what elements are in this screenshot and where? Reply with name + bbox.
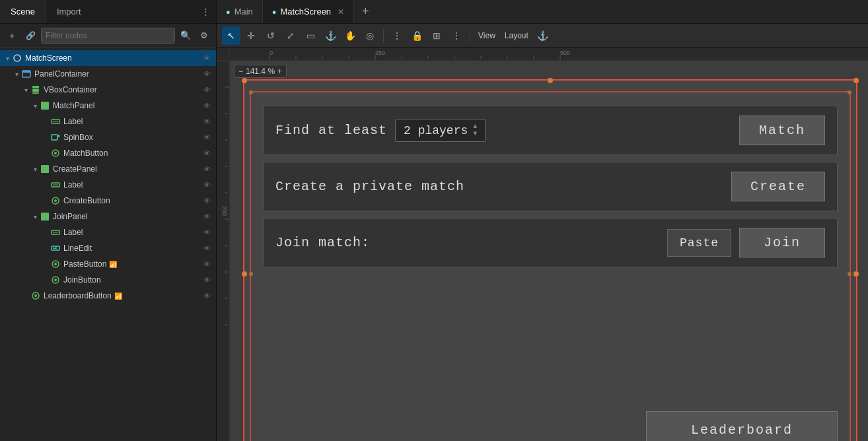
main-tab[interactable]: ● Main: [217, 0, 263, 23]
import-tab[interactable]: Import: [46, 0, 92, 23]
svg-rect-5: [32, 92, 39, 94]
create-panel-ui: Create a private match Create: [263, 162, 838, 211]
pan-tool[interactable]: ✋: [341, 26, 359, 45]
tree-item-label-1[interactable]: ▸ Label 👁: [0, 114, 216, 129]
tree-item-leaderboardbutton[interactable]: ▸ LeaderboardButton 📶 👁: [0, 288, 216, 304]
join-panel-ui: Join match: Paste Join: [263, 218, 838, 267]
scene-filter-icon[interactable]: ⚙: [196, 28, 212, 44]
view-button[interactable]: View: [474, 31, 499, 40]
zoom-value: 141.4 %: [246, 67, 275, 76]
rect-tool[interactable]: ▭: [301, 26, 320, 45]
svg-rect-4: [32, 89, 39, 92]
search-icon[interactable]: 🔍: [178, 28, 194, 44]
svg-point-30: [34, 294, 37, 297]
anchor-layout-icon[interactable]: ⚓: [534, 26, 552, 45]
zoom-control: − 141.4 % +: [234, 65, 287, 78]
rotate-tool[interactable]: ↺: [262, 26, 280, 45]
zoom-minus-button[interactable]: −: [238, 67, 243, 76]
paste-button[interactable]: Paste: [667, 229, 731, 257]
lock-button[interactable]: 🔒: [408, 26, 426, 45]
tree-item-vboxcontainer[interactable]: ▾ VBoxContainer 👁: [0, 82, 216, 98]
filter-nodes-input[interactable]: [41, 28, 175, 44]
leaderboard-button[interactable]: Leaderboard: [646, 411, 838, 441]
tree-item-matchpanel[interactable]: ▾ MatchPanel 👁: [0, 98, 216, 114]
tree-item-joinpanel[interactable]: ▾ JoinPanel 👁: [0, 209, 216, 224]
layout-button[interactable]: Layout: [501, 31, 532, 40]
join-button[interactable]: Join: [739, 228, 825, 257]
tree-item-spinbox[interactable]: ▸ SpinBox 👁: [0, 129, 216, 145]
svg-point-18: [54, 199, 57, 202]
scene-tree: ▾ MatchScreen 👁 ▾ PanelContainer 👁: [0, 48, 216, 441]
scene-tab[interactable]: Scene: [0, 0, 46, 23]
spinbox-control[interactable]: 2 players ▲ ▼: [395, 119, 486, 142]
vertical-ruler: 250: [217, 61, 230, 441]
anchor-tool[interactable]: ⚓: [321, 26, 340, 45]
find-at-least-label: Find at least: [275, 123, 387, 138]
add-tab-button[interactable]: +: [354, 0, 377, 23]
close-tab-icon[interactable]: ✕: [338, 7, 344, 17]
pivot-tool[interactable]: ◎: [361, 26, 379, 45]
grid-button[interactable]: ⊞: [427, 26, 446, 45]
scale-tool[interactable]: ⤢: [281, 26, 300, 45]
svg-rect-9: [52, 135, 57, 140]
match-panel-ui: Find at least 2 players ▲ ▼ Match: [263, 106, 838, 155]
matchscreen-tab[interactable]: ● MatchScreen ✕: [263, 0, 354, 23]
more-tools-button[interactable]: ⋮: [447, 26, 466, 45]
svg-point-0: [14, 55, 20, 61]
create-label: Create a private match: [275, 179, 723, 194]
svg-rect-14: [41, 165, 49, 173]
svg-point-28: [54, 279, 57, 281]
link-node-button[interactable]: 🔗: [22, 28, 38, 44]
tree-item-label-2[interactable]: ▸ Label 👁: [0, 177, 216, 193]
join-label: Join match:: [275, 235, 659, 250]
horizontal-ruler: 0 250 500: [230, 48, 868, 61]
tree-item-joinbutton[interactable]: ▸ JoinButton 👁: [0, 272, 216, 288]
snap-more-button[interactable]: ⋮: [388, 26, 406, 45]
select-tool[interactable]: ↖: [222, 26, 240, 45]
tree-item-pastebutton[interactable]: ▸ PasteButton 📶 👁: [0, 256, 216, 272]
tree-item-matchbutton[interactable]: ▸ MatchButton 👁: [0, 145, 216, 161]
svg-rect-3: [32, 86, 39, 88]
scene-settings-icon[interactable]: ⋮: [198, 4, 213, 20]
tree-item-panelcontainer[interactable]: ▾ PanelContainer 👁: [0, 66, 216, 82]
match-button[interactable]: Match: [739, 116, 825, 145]
spinbox-down[interactable]: ▼: [473, 131, 477, 137]
tree-item-matchscreen[interactable]: ▾ MatchScreen 👁: [0, 50, 216, 66]
svg-rect-2: [22, 71, 30, 73]
scene-panel: + 🔗 🔍 ⚙ ▾ MatchScreen 👁: [0, 24, 217, 441]
svg-rect-6: [41, 102, 49, 110]
matchscreen-canvas: Find at least 2 players ▲ ▼ Match: [243, 79, 857, 441]
zoom-plus-button[interactable]: +: [277, 67, 282, 76]
svg-point-26: [54, 263, 57, 265]
tree-item-label-3[interactable]: ▸ Label 👁: [0, 224, 216, 240]
tree-item-createbutton[interactable]: ▸ CreateButton 👁: [0, 193, 216, 209]
svg-rect-19: [41, 213, 49, 220]
canvas-area: 0 250 500: [217, 48, 868, 441]
create-button[interactable]: Create: [731, 172, 825, 201]
tree-item-createpanel[interactable]: ▾ CreatePanel 👁: [0, 161, 216, 177]
move-tool[interactable]: ✛: [242, 26, 260, 45]
add-node-button[interactable]: +: [4, 28, 20, 44]
spinbox-up[interactable]: ▲: [473, 123, 477, 130]
tree-item-lineedit[interactable]: ▸ LineEdit 👁: [0, 240, 216, 256]
svg-point-13: [54, 152, 57, 154]
